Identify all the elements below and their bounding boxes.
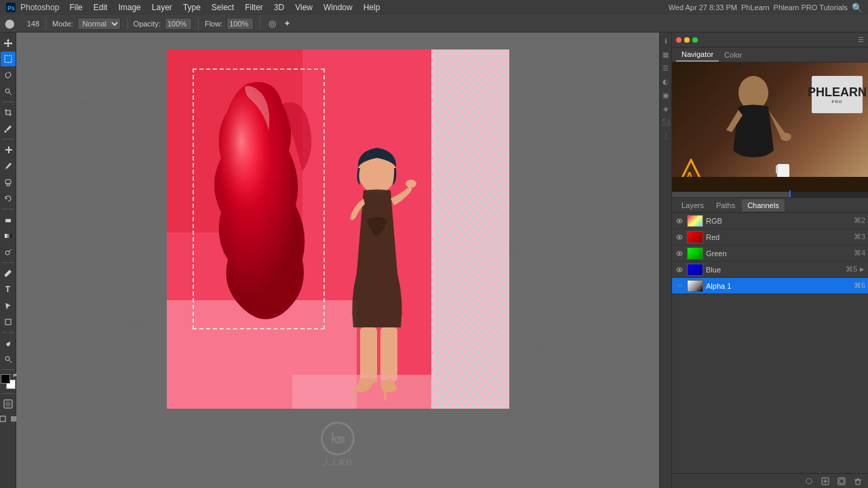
tab-paths[interactable]: Paths	[711, 199, 741, 211]
tool-separator-7	[2, 393, 14, 394]
channel-eye-red[interactable]	[675, 232, 684, 242]
svg-rect-21	[380, 327, 397, 382]
app-name: Photoshop	[20, 3, 59, 12]
mode-select[interactable]: Normal	[77, 18, 121, 30]
channel-row-red[interactable]: Red ⌘3	[672, 229, 868, 245]
panel-expand-dot[interactable]	[692, 37, 698, 43]
menu-file[interactable]: File	[64, 1, 87, 14]
foreground-color[interactable]	[1, 374, 10, 384]
artwork-canvas	[167, 49, 509, 409]
tab-layers[interactable]: Layers	[676, 199, 709, 211]
tool-hand[interactable]	[1, 336, 16, 350]
channel-row-rgb[interactable]: RGB ⌘2	[672, 213, 868, 229]
tool-move[interactable]	[1, 35, 16, 50]
menu-select[interactable]: Select	[207, 1, 239, 14]
color-picker[interactable]: ⇄	[1, 374, 16, 389]
checker-pattern	[431, 49, 509, 409]
tool-quick-mask[interactable]	[1, 396, 16, 411]
channel-row-blue[interactable]: Blue ⌘5 ▶	[672, 262, 868, 278]
menu-3d[interactable]: 3D	[269, 1, 289, 14]
tool-text[interactable]: T	[1, 282, 16, 297]
properties-icon[interactable]: ☰	[660, 62, 671, 73]
panel-close-dot[interactable]	[676, 37, 682, 43]
tool-dodge[interactable]	[1, 245, 16, 260]
menu-layer[interactable]: Layer	[147, 1, 177, 14]
tool-lasso[interactable]	[1, 68, 16, 83]
opacity-label: Opacity:	[134, 20, 161, 28]
panel-btn-new[interactable]	[819, 475, 831, 487]
extra-panel-icon[interactable]: ⋮	[660, 130, 671, 141]
panel-btn-delete[interactable]	[852, 475, 864, 487]
channel-shortcut-alpha1: ⌘6	[854, 281, 865, 290]
tool-eyedropper[interactable]	[1, 121, 16, 136]
tool-magic-wand[interactable]	[1, 84, 16, 99]
svg-line-3	[9, 92, 12, 95]
menu-filter[interactable]: Filter	[240, 1, 268, 14]
brush-preset-icon[interactable]: ⬤	[4, 18, 15, 29]
tool-pen[interactable]	[1, 266, 16, 281]
flow-input[interactable]	[226, 18, 254, 30]
timeline-bar[interactable]	[672, 192, 868, 197]
svg-rect-20	[360, 327, 377, 382]
flow-label: Flow:	[205, 20, 222, 28]
menu-edit[interactable]: Edit	[89, 1, 113, 14]
menu-type[interactable]: Type	[178, 1, 205, 14]
channel-eye-blue[interactable]	[675, 265, 684, 274]
screen-mode-normal[interactable]	[0, 414, 7, 424]
canvas-left	[167, 49, 431, 409]
channel-shortcut-rgb: ⌘2	[854, 216, 865, 225]
styles-icon[interactable]: ◈	[660, 103, 671, 114]
tool-eraser[interactable]	[1, 212, 16, 227]
watermark-circle: ㎞	[321, 422, 355, 455]
tool-heal[interactable]	[1, 142, 16, 157]
airbrush-icon[interactable]: ◎	[267, 18, 277, 29]
opacity-input[interactable]	[165, 18, 192, 30]
svg-rect-46	[856, 480, 860, 485]
svg-rect-2	[5, 56, 12, 62]
right-icon-strip: ℹ ▦ ☰ ◐ ▣ ◈ ⬛ ⋮	[659, 33, 671, 488]
mode-label: Mode:	[52, 20, 73, 28]
menu-image[interactable]: Image	[113, 1, 145, 14]
channel-eye-rgb[interactable]	[675, 216, 684, 226]
tool-separator-3	[2, 209, 14, 209]
channel-thumb-green	[687, 247, 703, 260]
tool-history-brush[interactable]	[1, 191, 16, 206]
panel-minimize-dot[interactable]	[684, 37, 690, 43]
svg-point-35	[679, 252, 681, 254]
swatches-icon[interactable]: ⬛	[660, 117, 671, 127]
tab-color[interactable]: Color	[719, 49, 747, 61]
tool-stamp[interactable]	[1, 175, 16, 190]
tool-zoom[interactable]	[1, 352, 16, 367]
channel-eye-green[interactable]	[675, 249, 684, 258]
tab-channels[interactable]: Channels	[742, 199, 784, 211]
canvas-right	[431, 49, 509, 409]
tool-brush[interactable]	[1, 159, 16, 174]
channel-name-green: Green	[706, 249, 851, 258]
menu-window[interactable]: Window	[319, 1, 357, 14]
pressure-icon[interactable]: ✦	[281, 18, 292, 29]
channel-row-alpha1[interactable]: Alpha 1 ⌘6	[672, 278, 868, 294]
tab-navigator[interactable]: Navigator	[676, 48, 719, 62]
adjustments-icon[interactable]: ◐	[660, 76, 671, 87]
tool-crop[interactable]	[1, 105, 16, 120]
channel-name-blue: Blue	[706, 266, 843, 274]
menu-help[interactable]: Help	[359, 1, 385, 14]
panel-btn-layer[interactable]	[835, 475, 848, 487]
panel-btn-fx[interactable]	[803, 475, 815, 487]
tool-path-select[interactable]	[1, 298, 16, 313]
histogram-icon[interactable]: ▦	[660, 49, 671, 60]
info-icon[interactable]: ℹ	[660, 35, 671, 46]
tool-gradient[interactable]	[1, 228, 16, 243]
panel-options-icon[interactable]: ☰	[858, 36, 864, 43]
search-icon[interactable]: 🔍	[852, 3, 863, 13]
svg-point-31	[679, 220, 681, 222]
person-silhouette	[713, 69, 794, 184]
layers-icon[interactable]: ▣	[660, 89, 671, 100]
menu-view[interactable]: View	[290, 1, 317, 14]
tool-shape[interactable]	[1, 314, 16, 329]
tool-separator-5	[2, 332, 14, 333]
channel-eye-alpha1[interactable]	[675, 281, 684, 291]
canvas-area[interactable]: Q 人人素材 ⊕ Q ◈ Q ◉ 人人素材	[16, 33, 659, 488]
tool-marquee[interactable]	[1, 52, 16, 66]
channel-row-green[interactable]: Green ⌘4	[672, 245, 868, 262]
